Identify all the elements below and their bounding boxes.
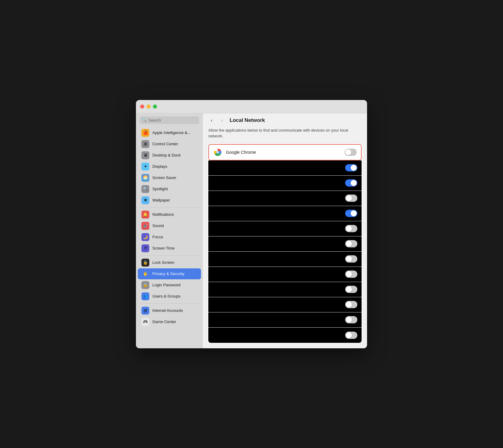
sidebar-items-container: 🍎Apple Intelligence &...⊞Control Center🖥…: [136, 127, 203, 328]
toggle-knob: [346, 271, 352, 277]
focus-icon: 🌙: [141, 233, 149, 241]
displays-icon: ✦: [141, 163, 149, 171]
sidebar-item-label-game-center: Game Center: [152, 319, 176, 324]
app-row-app13: [208, 328, 362, 343]
toggle-knob: [346, 302, 352, 308]
app-toggle-app3[interactable]: [345, 179, 357, 187]
close-button[interactable]: [140, 105, 144, 109]
login-password-icon: 🔒: [141, 281, 149, 289]
sidebar-item-label-focus: Focus: [152, 235, 163, 239]
app-toggle-app6[interactable]: [345, 225, 357, 232]
sidebar: 🔍 Search 🍎Apple Intelligence &...⊞Contro…: [136, 113, 203, 348]
sidebar-item-label-control-center: Control Center: [152, 142, 178, 146]
sidebar-item-label-screen-saver: Screen Saver: [152, 175, 176, 180]
app-toggle-app7[interactable]: [345, 240, 357, 247]
app-toggle-app5[interactable]: [345, 210, 357, 217]
app-list: Google Chrome: [208, 143, 362, 343]
search-input[interactable]: Search: [148, 118, 161, 122]
sidebar-item-login-password[interactable]: 🔒Login Password: [138, 280, 201, 291]
toggle-knob: [346, 317, 352, 323]
desktop-dock-icon: 🖥: [141, 151, 149, 159]
app-toggle-app8[interactable]: [345, 255, 357, 263]
sidebar-divider: [140, 207, 199, 208]
sidebar-item-wallpaper[interactable]: ❋Wallpaper: [138, 195, 201, 206]
toggle-knob: [351, 210, 357, 216]
forward-button[interactable]: ›: [218, 116, 226, 124]
chrome-icon: [213, 148, 222, 157]
sidebar-item-control-center[interactable]: ⊞Control Center: [138, 139, 201, 150]
app-toggle-app10[interactable]: [345, 286, 357, 293]
sidebar-item-privacy-security[interactable]: 🖐Privacy & Security: [138, 268, 201, 279]
app-toggle-app12[interactable]: [345, 316, 357, 323]
app-toggle-app4[interactable]: [345, 195, 357, 202]
traffic-lights: [140, 105, 157, 109]
forward-icon: ›: [221, 118, 223, 123]
sidebar-item-displays[interactable]: ✦Displays: [138, 161, 201, 172]
main-scroll-area[interactable]: Allow the applications below to find and…: [203, 127, 367, 348]
app-toggle-app2[interactable]: [345, 164, 357, 171]
toggle-knob: [351, 165, 357, 171]
screen-time-icon: ⏱: [141, 244, 149, 252]
app-row-app9: [208, 267, 362, 282]
app-row-app4: [208, 191, 362, 206]
notifications-icon: 🔔: [141, 211, 149, 219]
google-chrome-toggle[interactable]: [345, 149, 357, 156]
main-content: ‹ › Local Network Allow the applications…: [203, 113, 367, 348]
svg-point-3: [217, 151, 219, 153]
sidebar-item-label-desktop-dock: Desktop & Dock: [152, 153, 181, 157]
sidebar-item-spotlight[interactable]: 🔍Spotlight: [138, 184, 201, 195]
toggle-knob: [346, 256, 352, 262]
sidebar-item-game-center[interactable]: 🎮Game Center: [138, 316, 201, 327]
back-button[interactable]: ‹: [208, 116, 216, 124]
app-name-google-chrome: Google Chrome: [226, 150, 345, 155]
sidebar-item-label-sound: Sound: [152, 223, 164, 228]
sidebar-item-notifications[interactable]: 🔔Notifications: [138, 209, 201, 220]
app-row-app8: [208, 252, 362, 267]
sidebar-item-users-groups[interactable]: 👥Users & Groups: [138, 291, 201, 302]
toggle-knob: [346, 332, 352, 338]
sidebar-item-lock-screen[interactable]: 🔒Lock Screen: [138, 257, 201, 268]
sidebar-item-label-displays: Displays: [152, 164, 167, 169]
toggle-knob: [351, 180, 357, 186]
users-groups-icon: 👥: [141, 292, 149, 300]
search-box[interactable]: 🔍 Search: [140, 116, 199, 124]
app-row-app10: [208, 282, 362, 297]
app-row-app7: [208, 236, 362, 252]
wallpaper-icon: ❋: [141, 196, 149, 204]
apple-intelligence-icon: 🍎: [141, 129, 149, 137]
maximize-button[interactable]: [153, 105, 157, 109]
lock-screen-icon: 🔒: [141, 259, 149, 267]
app-toggle-app9[interactable]: [345, 271, 357, 278]
search-container: 🔍 Search: [136, 113, 203, 127]
nav-bar: ‹ › Local Network: [203, 113, 367, 127]
sidebar-item-label-screen-time: Screen Time: [152, 246, 175, 250]
app-toggle-app11[interactable]: [345, 301, 357, 308]
app-row-app12: [208, 312, 362, 328]
app-row-app2: [208, 160, 362, 176]
sidebar-item-screen-time[interactable]: ⏱Screen Time: [138, 243, 201, 254]
minimize-button[interactable]: [147, 105, 151, 109]
sidebar-divider: [140, 303, 199, 304]
game-center-icon: 🎮: [141, 318, 149, 326]
sidebar-item-desktop-dock[interactable]: 🖥Desktop & Dock: [138, 150, 201, 161]
main-wrapper: ‹ › Local Network Allow the applications…: [203, 113, 367, 348]
sidebar-item-internet-accounts[interactable]: @Internet Accounts: [138, 305, 201, 316]
sidebar-item-label-lock-screen: Lock Screen: [152, 260, 174, 265]
description-text: Allow the applications below to find and…: [208, 127, 362, 139]
app-row-google-chrome: Google Chrome: [208, 144, 362, 160]
toggle-knob: [346, 286, 352, 292]
sidebar-item-screen-saver[interactable]: 🌅Screen Saver: [138, 172, 201, 183]
sidebar-item-label-notifications: Notifications: [152, 212, 174, 217]
sidebar-item-label-apple-intelligence: Apple Intelligence &...: [152, 130, 191, 135]
spotlight-icon: 🔍: [141, 185, 149, 193]
app-row-app11: [208, 297, 362, 312]
sound-icon: 🔊: [141, 222, 149, 230]
toggle-knob: [345, 149, 351, 155]
sidebar-item-apple-intelligence[interactable]: 🍎Apple Intelligence &...: [138, 127, 201, 138]
sidebar-item-label-spotlight: Spotlight: [152, 187, 168, 191]
system-preferences-window: 🔍 Search 🍎Apple Intelligence &...⊞Contro…: [136, 100, 367, 348]
app-toggle-app13[interactable]: [345, 332, 357, 339]
sidebar-divider: [140, 255, 199, 256]
sidebar-item-sound[interactable]: 🔊Sound: [138, 220, 201, 231]
sidebar-item-focus[interactable]: 🌙Focus: [138, 232, 201, 243]
